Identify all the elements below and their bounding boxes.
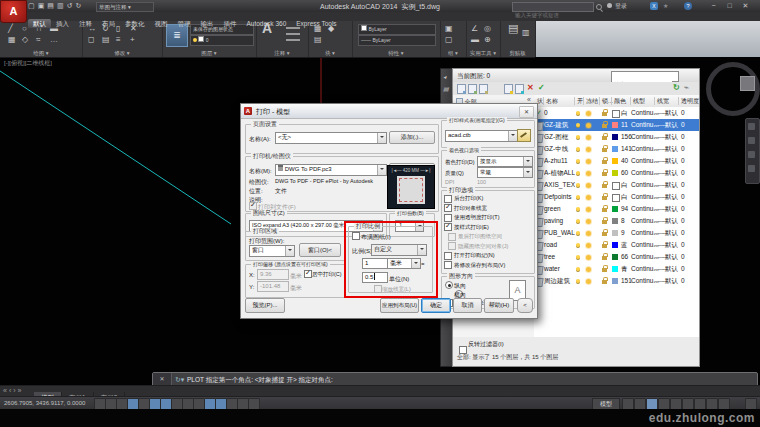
layer-on-icon[interactable]	[576, 227, 580, 239]
layer-row[interactable]: A-zhu1140Continu...———默认0	[534, 155, 699, 167]
printer-dropdown[interactable]: DWG To PDF.pc3	[275, 164, 387, 176]
layer-lock-icon[interactable]	[602, 143, 607, 155]
layer-freeze-icon[interactable]	[586, 251, 591, 263]
mirror-tool-icon[interactable]: ◻	[88, 36, 95, 44]
plot-extent-dropdown[interactable]: 窗口	[249, 245, 295, 257]
new-layer-icon[interactable]	[504, 84, 513, 94]
layer-color-swatch[interactable]	[612, 182, 620, 190]
minimize-button[interactable]: −	[706, 1, 721, 11]
table-icon[interactable]	[286, 39, 300, 41]
ribbon-tab-3[interactable]: 注释	[74, 19, 97, 28]
layer-lineweight[interactable]: 默认	[665, 179, 678, 191]
layer-color-swatch[interactable]	[612, 170, 618, 176]
checkbox-icon[interactable]	[444, 195, 452, 203]
redo-icon[interactable]: ↻	[75, 2, 81, 9]
undo-icon[interactable]: ↺	[67, 2, 73, 9]
layer-on-icon[interactable]	[576, 155, 580, 167]
layer-name[interactable]: green	[544, 203, 575, 215]
search-icon[interactable]	[596, 4, 602, 10]
layer-on-icon[interactable]	[576, 107, 580, 119]
layer-color-swatch[interactable]	[612, 122, 618, 128]
layer-freeze-icon[interactable]	[586, 275, 591, 287]
ribbon-tab-2[interactable]: 插入	[51, 19, 74, 28]
ribbon-tab-9[interactable]: 插件	[219, 19, 242, 28]
layer-on-icon[interactable]	[576, 251, 580, 263]
layer-lineweight[interactable]: 默认	[665, 227, 678, 239]
ribbon-tab-11[interactable]: Express Tools	[291, 19, 341, 28]
scale-lineweight-checkbox[interactable]	[374, 285, 382, 293]
layer-on-icon[interactable]	[576, 215, 580, 227]
quality-dropdown[interactable]: 常规	[477, 167, 533, 178]
shade-plot-dropdown[interactable]: 按显示	[477, 156, 533, 167]
layer-color-swatch[interactable]	[612, 110, 620, 118]
apply-to-layout-button[interactable]: 应用到布局(U)	[380, 298, 419, 313]
add-page-setup-button[interactable]: 添加(.)...	[389, 131, 435, 144]
polygon-tool-icon[interactable]: ◇	[22, 36, 28, 44]
pan-icon[interactable]	[748, 137, 755, 144]
ok-button[interactable]: 确定	[421, 298, 451, 313]
ribbon-tab-7[interactable]: 管理	[173, 19, 196, 28]
scale-dropdown[interactable]: 自定义	[371, 244, 427, 256]
spline-tool-icon[interactable]: ≈	[36, 36, 40, 44]
layer-color-swatch[interactable]	[612, 278, 618, 284]
layer-on-icon[interactable]	[576, 203, 580, 215]
infocenter-search-input[interactable]	[513, 12, 593, 18]
collapse-filter-tree-button[interactable]: «	[527, 96, 531, 103]
layer-color-swatch[interactable]	[612, 206, 618, 212]
layer-name[interactable]: GZ-图框	[544, 131, 575, 143]
layer-name[interactable]: A-植物ALL	[544, 167, 575, 179]
save-icon[interactable]: ▤	[47, 2, 54, 9]
linetype-dropdown[interactable]: —— ByLayer	[358, 35, 436, 46]
offset-y-input[interactable]: -101.48	[257, 281, 289, 292]
dialog-close-button[interactable]: ✕	[519, 106, 534, 118]
fillet-tool-icon[interactable]: +	[130, 36, 135, 44]
help-button[interactable]: 帮助(H)	[484, 298, 514, 313]
layer-freeze-icon[interactable]	[586, 239, 591, 251]
layer-row[interactable]: A-植物ALL60Continu...———默认0	[534, 167, 699, 179]
collapse-dialog-button[interactable]: <	[517, 298, 533, 313]
quick-calc-icon[interactable]: ⊕	[484, 36, 491, 44]
layout-nav-arrows[interactable]: «‹›»	[3, 387, 23, 394]
layer-lock-icon[interactable]	[602, 227, 607, 239]
layer-freeze-icon[interactable]	[586, 179, 591, 191]
ribbon-tab-8[interactable]: 输出	[196, 19, 219, 28]
layer-color-swatch[interactable]	[612, 146, 618, 152]
layer-lock-icon[interactable]	[602, 107, 607, 119]
layer-lineweight[interactable]: 默认	[665, 203, 678, 215]
layer-freeze-icon[interactable]	[586, 191, 591, 203]
offset-tool-icon[interactable]: ≡	[116, 36, 121, 44]
layer-transparency[interactable]: 0	[681, 179, 685, 191]
settings-icon[interactable]: ⌁	[684, 83, 689, 93]
palette-menu-icon[interactable]: ▤	[443, 85, 449, 92]
viewcube-face[interactable]	[740, 76, 755, 91]
layer-dropdown[interactable]: 0	[190, 35, 254, 46]
layer-name[interactable]: paving	[544, 215, 575, 227]
plot-option-row[interactable]: 后台打印(K)	[444, 194, 531, 204]
ungroup-icon[interactable]: ▢	[445, 36, 453, 44]
layer-on-icon[interactable]	[576, 275, 580, 287]
more-tools-icon[interactable]: …	[50, 36, 58, 44]
layer-color-swatch[interactable]	[612, 218, 618, 224]
layer-name[interactable]: A-zhu11	[544, 155, 575, 167]
layer-on-icon[interactable]	[576, 167, 580, 179]
orbit-icon[interactable]	[748, 165, 755, 172]
layer-name[interactable]: Defpoints	[544, 191, 575, 203]
layer-name[interactable]: 周边建筑	[544, 275, 575, 287]
layer-lock-icon[interactable]	[602, 239, 607, 251]
ribbon-tab-1[interactable]: 默认	[28, 19, 51, 28]
recent-commands-icon[interactable]: ↻▾	[175, 376, 184, 384]
layer-lineweight[interactable]: 默认	[665, 251, 678, 263]
layer-freeze-icon[interactable]	[586, 215, 591, 227]
layer-color-swatch[interactable]	[612, 230, 618, 236]
new-layer-vp-frozen-icon[interactable]	[515, 84, 524, 94]
layer-on-icon[interactable]	[576, 179, 580, 191]
application-menu-button[interactable]: A	[0, 0, 27, 23]
infocenter-search[interactable]	[512, 2, 594, 12]
checkbox-icon[interactable]	[444, 214, 452, 222]
layer-color-swatch[interactable]	[612, 194, 620, 202]
paste-icon[interactable]: ▤	[508, 24, 518, 32]
plot-option-row[interactable]: 打印对象线宽	[444, 204, 531, 214]
close-button[interactable]: ✕	[738, 1, 753, 11]
layer-lock-icon[interactable]	[602, 167, 607, 179]
layer-on-icon[interactable]	[576, 131, 580, 143]
